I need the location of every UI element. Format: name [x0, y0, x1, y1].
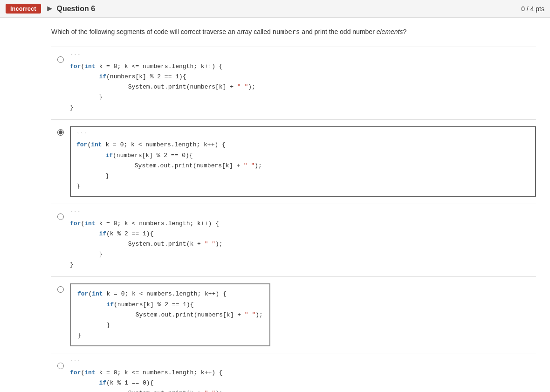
question-title: Question 6	[56, 5, 521, 13]
answer-option-5: ``` for(int k = 0; k <= numbers.length; …	[51, 353, 536, 392]
inline-code: numbers	[273, 28, 300, 36]
answer-option-3: ``` for(int k = 0; k < numbers.length; k…	[51, 204, 536, 276]
answer-option-2: ``` for(int k = 0; k < numbers.length; k…	[51, 119, 536, 203]
radio-opt1[interactable]	[57, 56, 64, 63]
question-text: Which of the following segments of code …	[51, 27, 536, 37]
radio-opt4[interactable]	[57, 286, 64, 293]
radio-opt2[interactable]	[57, 129, 64, 136]
boxed-code-4: for(int k = 0; k < numbers.length; k++) …	[70, 283, 270, 346]
code-block-2: for(int k = 0; k < numbers.length; k++) …	[76, 140, 529, 191]
code-block-4: for(int k = 0; k < numbers.length; k++) …	[77, 289, 263, 340]
incorrect-badge: Incorrect	[6, 4, 41, 14]
code-wrapper-5: ``` for(int k = 0; k <= numbers.length; …	[70, 360, 536, 392]
code-block-3: for(int k = 0; k < numbers.length; k++) …	[70, 219, 536, 270]
radio-opt3[interactable]	[57, 213, 64, 220]
question-body: Which of the following segments of code …	[0, 18, 550, 392]
answer-option-1: ``` for(int k = 0; k <= numbers.length; …	[51, 47, 536, 119]
tick-5: ```	[70, 360, 536, 367]
code-block-1: for(int k = 0; k <= numbers.length; k++)…	[70, 62, 536, 113]
radio-col-5[interactable]	[51, 360, 70, 369]
radio-opt5[interactable]	[57, 363, 64, 369]
header-bar: Incorrect ► Question 6 0 / 4 pts	[0, 0, 550, 18]
pts-label: 0 / 4 pts	[521, 5, 544, 13]
code-wrapper-4: for(int k = 0; k < numbers.length; k++) …	[70, 283, 536, 346]
radio-col-3[interactable]	[51, 211, 70, 220]
tick-1: ```	[70, 54, 536, 61]
radio-col-1[interactable]	[51, 54, 70, 63]
code-wrapper-3: ``` for(int k = 0; k < numbers.length; k…	[70, 211, 536, 270]
tick-2: ```	[76, 132, 529, 139]
radio-col-4[interactable]	[51, 283, 70, 293]
code-block-5: for(int k = 0; k <= numbers.length; k++)…	[70, 368, 536, 392]
radio-col-2[interactable]	[51, 126, 70, 136]
code-wrapper-2: ``` for(int k = 0; k < numbers.length; k…	[70, 126, 536, 197]
tick-3: ```	[70, 211, 536, 218]
code-wrapper-1: ``` for(int k = 0; k <= numbers.length; …	[70, 54, 536, 113]
answer-option-4: for(int k = 0; k < numbers.length; k++) …	[51, 276, 536, 352]
